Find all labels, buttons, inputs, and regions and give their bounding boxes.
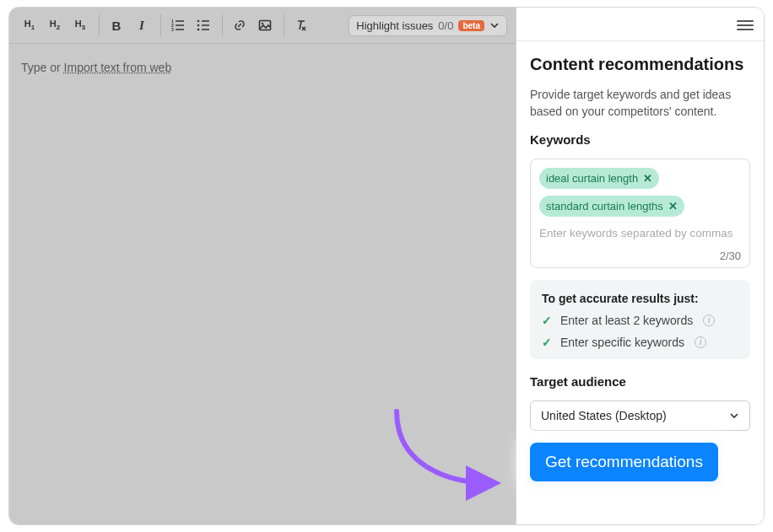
clear-format-button[interactable] bbox=[289, 14, 313, 36]
highlight-label: Highlight issues bbox=[356, 19, 433, 32]
image-button[interactable] bbox=[253, 14, 277, 36]
italic-button[interactable]: I bbox=[130, 14, 154, 36]
keywords-label: Keywords bbox=[530, 132, 750, 147]
tip-row: ✓ Enter at least 2 keywords i bbox=[542, 314, 738, 327]
bold-button[interactable]: B bbox=[105, 14, 128, 36]
remove-keyword-icon[interactable]: ✕ bbox=[668, 200, 678, 212]
editor-placeholder-prefix: Type or bbox=[21, 61, 64, 74]
info-icon[interactable]: i bbox=[695, 336, 706, 348]
highlight-issues-dropdown[interactable]: Highlight issues 0/0 beta bbox=[349, 15, 507, 36]
sidebar-description: Provide target keywords and get ideas ba… bbox=[530, 86, 750, 121]
editor-toolbar: H1 H2 H3 B I 123 bbox=[9, 8, 516, 44]
tips-title: To get accurate results just: bbox=[542, 292, 738, 305]
svg-text:3: 3 bbox=[171, 27, 174, 32]
ordered-list-button[interactable]: 123 bbox=[166, 14, 190, 36]
recommendations-sidebar: Content recommendations Provide target k… bbox=[516, 8, 764, 524]
keyword-tag: ideal curtain length ✕ bbox=[539, 168, 659, 189]
audience-value: United States (Desktop) bbox=[541, 409, 667, 422]
chevron-down-icon bbox=[729, 411, 739, 421]
audience-label: Target audience bbox=[530, 374, 750, 389]
get-recommendations-button[interactable]: Get recommendations bbox=[530, 443, 718, 481]
svg-point-10 bbox=[197, 29, 200, 31]
check-icon: ✓ bbox=[542, 314, 552, 327]
info-icon[interactable]: i bbox=[703, 314, 715, 326]
link-button[interactable] bbox=[228, 14, 251, 36]
svg-point-8 bbox=[197, 24, 200, 27]
highlight-count: 0/0 bbox=[438, 19, 453, 32]
svg-point-6 bbox=[197, 20, 200, 23]
svg-point-13 bbox=[262, 23, 263, 24]
editor-body[interactable]: Type or Import text from web bbox=[9, 44, 516, 524]
keywords-input[interactable] bbox=[539, 223, 741, 246]
check-icon: ✓ bbox=[542, 336, 552, 349]
keywords-box: ideal curtain length ✕ standard curtain … bbox=[530, 159, 750, 268]
chevron-down-icon bbox=[489, 20, 500, 30]
heading3-button[interactable]: H3 bbox=[68, 14, 92, 36]
heading1-button[interactable]: H1 bbox=[18, 14, 41, 36]
beta-badge: beta bbox=[458, 20, 484, 31]
menu-icon[interactable] bbox=[737, 18, 754, 31]
remove-keyword-icon[interactable]: ✕ bbox=[643, 172, 652, 185]
editor-pane: H1 H2 H3 B I 123 bbox=[9, 8, 516, 524]
import-text-link[interactable]: Import text from web bbox=[64, 61, 172, 74]
heading2-button[interactable]: H2 bbox=[43, 14, 67, 36]
keyword-tag: standard curtain lengths ✕ bbox=[539, 196, 684, 217]
unordered-list-button[interactable] bbox=[192, 14, 215, 36]
tip-row: ✓ Enter specific keywords i bbox=[542, 336, 738, 349]
tips-box: To get accurate results just: ✓ Enter at… bbox=[530, 280, 750, 359]
sidebar-title: Content recommendations bbox=[530, 55, 750, 74]
audience-select[interactable]: United States (Desktop) bbox=[530, 400, 750, 431]
keywords-count: 2/30 bbox=[539, 246, 741, 262]
